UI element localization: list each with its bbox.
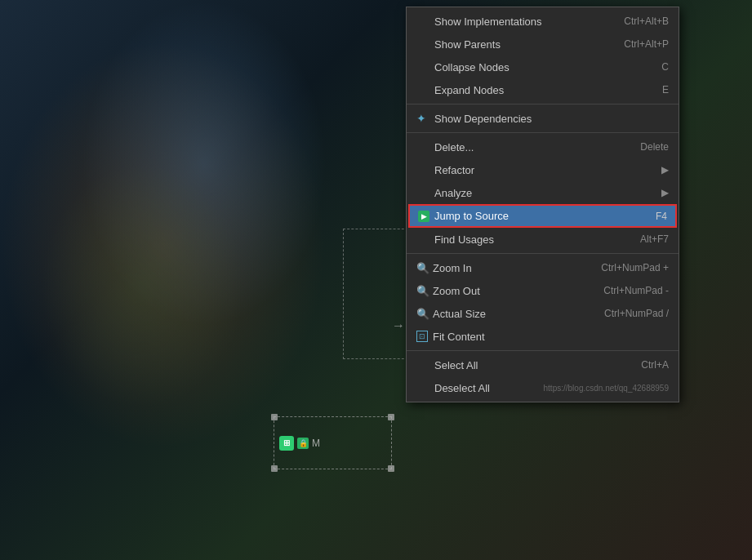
- menu-item-show-implementations[interactable]: Show Implementations Ctrl+Alt+B: [407, 10, 679, 33]
- find-usages-shortcut: Alt+F7: [640, 233, 669, 245]
- actual-size-icon: 🔍: [416, 308, 428, 319]
- zoom-in-label: Zoom In: [433, 262, 585, 274]
- show-implementations-shortcut: Ctrl+Alt+B: [624, 16, 669, 27]
- refactor-label: Refactor: [434, 164, 661, 176]
- menu-item-analyze[interactable]: Analyze ▶: [407, 181, 679, 204]
- node-handle-br: [388, 465, 394, 472]
- node-grid-icon: ⊞: [279, 436, 294, 451]
- show-dependencies-icon: ✦: [416, 112, 429, 125]
- expand-nodes-icon: [416, 83, 429, 96]
- actual-size-shortcut: Ctrl+NumPad /: [604, 308, 669, 319]
- collapse-nodes-icon: [416, 60, 429, 73]
- show-implementations-label: Show Implementations: [434, 16, 607, 28]
- menu-item-zoom-out[interactable]: 🔍 Zoom Out Ctrl+NumPad -: [407, 279, 679, 302]
- deselect-all-label: Deselect All: [434, 382, 527, 394]
- expand-nodes-label: Expand Nodes: [434, 84, 646, 96]
- find-usages-label: Find Usages: [434, 233, 624, 246]
- show-parents-icon: [416, 38, 429, 51]
- menu-item-fit-content[interactable]: ⊡ Fit Content: [407, 325, 679, 348]
- canvas-selection-box: [343, 229, 408, 359]
- deselect-all-shortcut: https://blog.csdn.net/qq_42688959: [544, 384, 669, 393]
- expand-nodes-shortcut: E: [662, 84, 669, 96]
- menu-item-delete[interactable]: Delete... Delete: [407, 136, 679, 158]
- context-menu: Show Implementations Ctrl+Alt+B Show Par…: [406, 7, 679, 402]
- node-handle-tl: [271, 414, 278, 420]
- divider-4: [407, 350, 679, 351]
- menu-item-refactor[interactable]: Refactor ▶: [407, 158, 679, 181]
- show-parents-label: Show Parents: [434, 38, 607, 51]
- zoom-in-icon: 🔍: [416, 262, 428, 273]
- show-implementations-icon: [416, 15, 429, 28]
- node-lock-icon: 🔒: [297, 438, 309, 449]
- zoom-out-label: Zoom Out: [433, 285, 587, 297]
- divider-3: [407, 253, 679, 254]
- show-dependencies-label: Show Dependencies: [434, 113, 669, 125]
- show-parents-shortcut: Ctrl+Alt+P: [624, 38, 669, 50]
- menu-item-find-usages[interactable]: Find Usages Alt+F7: [407, 228, 679, 251]
- fit-content-icon: ⊡: [416, 331, 428, 342]
- menu-item-zoom-in[interactable]: 🔍 Zoom In Ctrl+NumPad +: [407, 256, 679, 279]
- menu-item-show-parents[interactable]: Show Parents Ctrl+Alt+P: [407, 33, 679, 56]
- arrow-indicator: →: [392, 318, 405, 333]
- zoom-out-shortcut: Ctrl+NumPad -: [603, 285, 669, 296]
- menu-item-collapse-nodes[interactable]: Collapse Nodes C: [407, 56, 679, 78]
- select-all-icon: [416, 358, 429, 371]
- delete-label: Delete...: [434, 141, 624, 153]
- refactor-submenu-arrow: ▶: [661, 164, 669, 176]
- menu-item-deselect-all[interactable]: Deselect All https://blog.csdn.net/qq_42…: [407, 376, 679, 399]
- find-usages-icon: [416, 233, 429, 246]
- analyze-icon: [416, 186, 429, 199]
- menu-item-select-all[interactable]: Select All Ctrl+A: [407, 353, 679, 376]
- jump-to-source-shortcut: F4: [656, 211, 667, 222]
- bg-blob-3: [41, 163, 245, 408]
- fit-content-label: Fit Content: [433, 331, 669, 343]
- menu-item-actual-size[interactable]: 🔍 Actual Size Ctrl+NumPad /: [407, 302, 679, 325]
- jump-to-source-label: Jump to Source: [434, 210, 639, 222]
- delete-shortcut: Delete: [640, 141, 669, 153]
- analyze-label: Analyze: [434, 187, 661, 199]
- refactor-icon: [416, 163, 429, 176]
- collapse-nodes-label: Collapse Nodes: [434, 61, 645, 73]
- select-all-label: Select All: [434, 359, 625, 371]
- menu-item-jump-to-source[interactable]: ▶ Jump to Source F4: [408, 204, 677, 228]
- deselect-all-icon: [416, 381, 429, 394]
- node-handle-tr: [388, 414, 394, 420]
- delete-icon: [416, 140, 429, 153]
- collapse-nodes-shortcut: C: [661, 61, 669, 73]
- divider-2: [407, 132, 679, 133]
- node-label: M: [312, 438, 320, 449]
- zoom-in-shortcut: Ctrl+NumPad +: [601, 262, 669, 273]
- divider-1: [407, 104, 679, 104]
- jump-to-source-icon: ▶: [418, 211, 429, 222]
- analyze-submenu-arrow: ▶: [661, 187, 669, 198]
- node-handle-bl: [271, 465, 278, 472]
- actual-size-label: Actual Size: [433, 308, 588, 320]
- menu-item-expand-nodes[interactable]: Expand Nodes E: [407, 78, 679, 101]
- zoom-out-icon: 🔍: [416, 285, 428, 296]
- select-all-shortcut: Ctrl+A: [641, 359, 669, 371]
- node-element[interactable]: ⊞ 🔒 M: [274, 416, 392, 469]
- menu-item-show-dependencies[interactable]: ✦ Show Dependencies: [407, 107, 679, 130]
